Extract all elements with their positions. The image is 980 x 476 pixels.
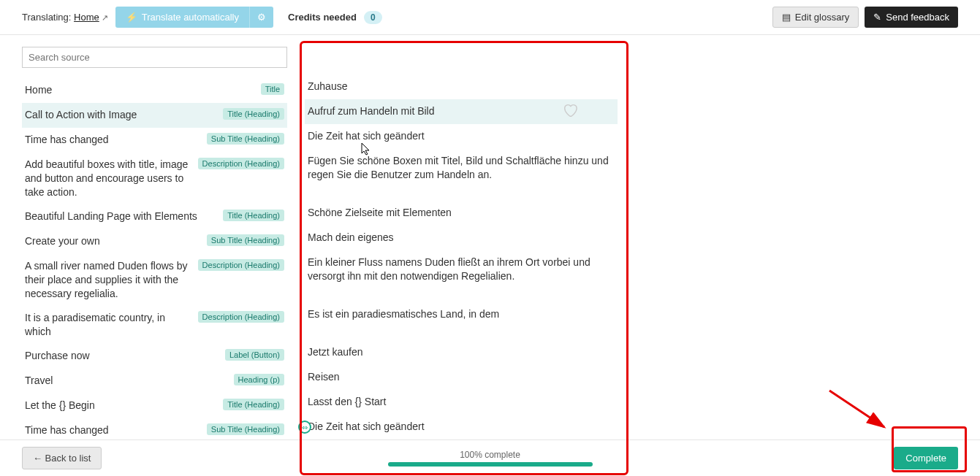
source-row[interactable]: Time has changedSub Title (Heading)	[22, 128, 287, 153]
type-tag: Description (Heading)	[198, 158, 284, 169]
credits-label: Credits needed	[288, 12, 357, 23]
type-tag: Title (Heading)	[223, 399, 284, 410]
target-row[interactable]: Reisen	[305, 365, 618, 390]
footer: ← Back to list 100% complete Complete	[0, 439, 980, 476]
progress: 100% complete	[388, 450, 593, 467]
type-tag: Heading (p)	[234, 374, 284, 385]
type-tag: Title (Heading)	[223, 210, 284, 221]
type-tag: Label (Button)	[225, 349, 284, 361]
source-row[interactable]: A small river named Duden flows by their…	[22, 254, 287, 306]
source-row[interactable]: Call to Action with ImageTitle (Heading)	[22, 103, 287, 128]
back-button[interactable]: ← Back to list	[22, 447, 102, 469]
target-text: Ein kleiner Fluss namens Duden fließt an…	[308, 256, 615, 283]
external-link-icon: ↗	[99, 13, 108, 22]
source-row[interactable]: HomeTitle	[22, 78, 287, 103]
send-feedback-button[interactable]: ✎ Send feedback	[865, 7, 958, 28]
target-row[interactable]: Ein kleiner Fluss namens Duden fließt an…	[305, 250, 618, 302]
target-text: Mach dein eigenes	[308, 231, 394, 245]
source-text: Time has changed	[25, 133, 201, 147]
target-row[interactable]: Zuhause	[305, 74, 618, 99]
source-column: HomeTitleCall to Action with ImageTitle …	[22, 47, 296, 444]
column-resizer[interactable]: ⇔	[298, 421, 311, 434]
type-tag: Sub Title (Heading)	[207, 234, 284, 246]
target-text: Aufruf zum Handeln mit Bild	[308, 104, 435, 118]
source-text: Travel	[25, 374, 228, 388]
source-row[interactable]: TravelHeading (p)	[22, 369, 287, 394]
search-input[interactable]	[22, 47, 287, 68]
source-text: Create your own	[25, 234, 201, 248]
type-tag: Sub Title (Heading)	[207, 423, 284, 435]
target-text: Die Zeit hat sich geändert	[308, 129, 425, 143]
source-text: Add beautiful boxes with title, image an…	[25, 158, 192, 199]
target-row[interactable]: Fügen Sie schöne Boxen mit Titel, Bild u…	[305, 149, 618, 201]
target-row[interactable]: Schöne Zielseite mit Elementen	[305, 201, 618, 226]
settings-button[interactable]: ⚙	[249, 7, 273, 28]
target-row[interactable]: Die Zeit hat sich geändert	[305, 415, 618, 439]
translating-page-link[interactable]: Home	[74, 12, 99, 23]
target-text: Lasst den {} Start	[308, 395, 386, 409]
glossary-icon: ▤	[782, 12, 791, 23]
progress-bar	[388, 462, 593, 467]
target-text: Fügen Sie schöne Boxen mit Titel, Bild u…	[308, 154, 615, 182]
target-row[interactable]: Lasst den {} Start	[305, 390, 618, 415]
target-row[interactable]: Die Zeit hat sich geändert	[305, 124, 618, 149]
edit-glossary-button[interactable]: ▤ Edit glossary	[772, 7, 859, 28]
target-text: Reisen	[308, 370, 340, 384]
progress-fill	[388, 462, 593, 467]
source-row[interactable]: Purchase nowLabel (Button)	[22, 344, 287, 369]
type-tag: Title	[261, 83, 284, 95]
type-tag: Description (Heading)	[198, 259, 284, 271]
source-text: Time has changed	[25, 423, 201, 437]
complete-button[interactable]: Complete	[894, 447, 958, 469]
source-text: Purchase now	[25, 349, 219, 363]
target-text: Es ist ein paradiesmatisches Land, in de…	[308, 307, 499, 321]
source-row[interactable]: Let the {} BeginTitle (Heading)	[22, 394, 287, 418]
source-text: A small river named Duden flows by their…	[25, 259, 192, 301]
target-text: Jetzt kaufen	[308, 345, 363, 359]
topbar: Translating: Home ↗ ⚡ Translate automati…	[0, 0, 980, 35]
type-tag: Sub Title (Heading)	[207, 133, 284, 145]
progress-label: 100% complete	[388, 450, 593, 460]
target-row[interactable]: Jetzt kaufen	[305, 340, 618, 365]
source-text: It is a paradisematic country, in which	[25, 311, 192, 339]
source-text: Home	[25, 83, 255, 97]
target-row[interactable]: Mach dein eigenes	[305, 226, 618, 250]
source-row[interactable]: Add beautiful boxes with title, image an…	[22, 153, 287, 204]
gear-icon: ⚙	[257, 12, 266, 23]
type-tag: Title (Heading)	[223, 108, 284, 120]
favorite-icon[interactable]	[562, 102, 578, 118]
credits-badge: 0	[364, 11, 382, 24]
topbar-right: ▤ Edit glossary ✎ Send feedback	[772, 7, 958, 28]
topbar-left: Translating: Home ↗ ⚡ Translate automati…	[22, 7, 772, 28]
target-column: ZuhauseAufruf zum Handeln mit BildDie Ze…	[296, 47, 618, 444]
source-text: Beautiful Landing Page with Elements	[25, 210, 217, 223]
source-row[interactable]: It is a paradisematic country, in whichD…	[22, 306, 287, 344]
main: HomeTitleCall to Action with ImageTitle …	[0, 35, 980, 444]
send-feedback-label: Send feedback	[886, 12, 949, 23]
target-text: Die Zeit hat sich geändert	[308, 420, 425, 434]
type-tag: Description (Heading)	[198, 311, 284, 323]
pencil-icon: ✎	[873, 12, 881, 23]
translate-auto-button[interactable]: ⚡ Translate automatically	[115, 7, 249, 28]
source-row[interactable]: Create your ownSub Title (Heading)	[22, 229, 287, 254]
target-row[interactable]: Es ist ein paradiesmatisches Land, in de…	[305, 302, 618, 340]
lightning-icon: ⚡	[126, 12, 137, 23]
source-text: Let the {} Begin	[25, 399, 217, 412]
edit-glossary-label: Edit glossary	[795, 12, 849, 23]
source-text: Call to Action with Image	[25, 108, 217, 122]
target-text: Zuhause	[308, 80, 347, 93]
target-row[interactable]: Aufruf zum Handeln mit Bild	[305, 99, 618, 124]
target-text: Schöne Zielseite mit Elementen	[308, 206, 452, 220]
translating-label: Translating: Home ↗	[22, 12, 108, 23]
translate-auto-label: Translate automatically	[142, 12, 239, 23]
source-row[interactable]: Beautiful Landing Page with ElementsTitl…	[22, 204, 287, 229]
